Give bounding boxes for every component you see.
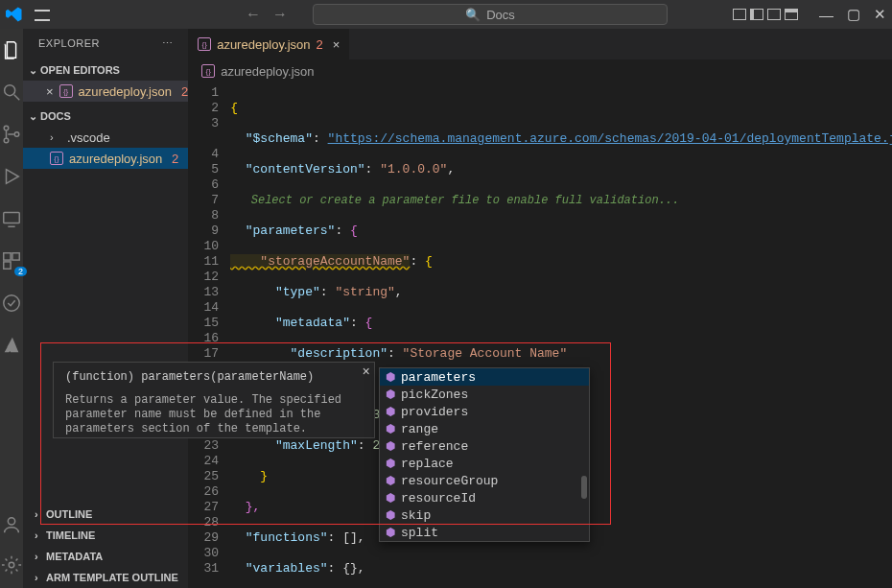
open-editor-error-count: 2 (181, 84, 188, 99)
timeline-section[interactable]: ›TIMELINE (29, 525, 188, 546)
svg-point-0 (5, 85, 15, 96)
suggest-item-split[interactable]: ⬢split (380, 524, 589, 541)
suggest-item-resourceId[interactable]: ⬢resourceId (380, 489, 589, 506)
window-close-button[interactable]: ✕ (874, 6, 886, 23)
settings-gear-icon[interactable] (0, 553, 23, 576)
hint-description: Returns a parameter value. The specified… (65, 393, 363, 436)
account-icon[interactable] (0, 513, 23, 536)
svg-point-12 (8, 518, 14, 525)
activity-bar: 2 (0, 29, 23, 588)
explorer-sidebar: EXPLORER ⋯ ⌄OPEN EDITORS × {} azuredeplo… (23, 29, 188, 588)
open-editor-filename: azuredeploy.json (79, 84, 172, 99)
workspace-folder-header[interactable]: ⌄DOCS (23, 106, 188, 127)
suggest-label: reference (401, 439, 468, 454)
method-icon: ⬢ (386, 526, 395, 540)
run-debug-tab-icon[interactable] (0, 165, 23, 188)
sidebar-title: EXPLORER (38, 37, 100, 49)
json-file-icon: {} (201, 64, 215, 78)
folder-vscode[interactable]: ›.vscode (23, 127, 188, 148)
json-file-icon: {} (50, 152, 63, 165)
json-file-icon: {} (198, 37, 211, 51)
method-icon: ⬢ (386, 491, 395, 506)
svg-point-13 (9, 562, 14, 568)
method-icon: ⬢ (386, 508, 395, 523)
open-editors-header[interactable]: ⌄OPEN EDITORS (23, 59, 188, 81)
tab-close-icon[interactable]: × (333, 37, 340, 52)
search-icon: 🔍 (465, 8, 481, 22)
search-placeholder: Docs (486, 8, 515, 22)
file-azuredeploy[interactable]: {} azuredeploy.json 2 (23, 148, 188, 169)
arm-outline-section[interactable]: ›ARM TEMPLATE OUTLINE (29, 567, 188, 588)
remote-tab-icon[interactable] (0, 207, 23, 230)
method-icon: ⬢ (386, 388, 395, 402)
source-control-tab-icon[interactable] (0, 123, 23, 146)
method-icon: ⬢ (386, 439, 395, 454)
svg-rect-10 (4, 262, 11, 269)
parameter-hint-popup: × (function) parameters(parameterName) R… (53, 362, 375, 438)
suggest-label: pickZones (401, 388, 468, 402)
azure-tab-icon[interactable] (0, 334, 23, 357)
breadcrumb[interactable]: {} azuredeploy.json (188, 60, 892, 82)
sidebar-more-icon[interactable]: ⋯ (162, 37, 174, 50)
suggest-item-replace[interactable]: ⬢replace (380, 455, 589, 472)
svg-point-11 (4, 295, 20, 312)
suggest-label: replace (401, 457, 454, 471)
suggest-item-resourceGroup[interactable]: ⬢resourceGroup (380, 472, 589, 489)
method-icon: ⬢ (386, 405, 395, 419)
suggest-item-skip[interactable]: ⬢skip (380, 506, 589, 524)
breadcrumb-file: azuredeploy.json (221, 64, 314, 79)
suggest-label: providers (401, 405, 468, 419)
extensions-badge: 2 (14, 267, 27, 276)
editor-tab-bar: {} azuredeploy.json 2 × ◫ ⋯ (188, 29, 892, 60)
search-tab-icon[interactable] (0, 81, 23, 104)
window-maximize-button[interactable]: ▢ (847, 6, 860, 23)
file-error-count: 2 (172, 152, 178, 166)
svg-rect-6 (4, 213, 20, 223)
method-icon: ⬢ (386, 422, 395, 436)
suggest-label: skip (401, 508, 431, 523)
method-icon: ⬢ (386, 370, 395, 385)
suggest-label: resourceGroup (401, 474, 498, 488)
svg-point-3 (4, 138, 9, 143)
hint-signature: (function) parameters(parameterName) (65, 370, 363, 384)
suggest-label: split (401, 526, 438, 540)
suggest-item-parameters[interactable]: ⬢parameters (380, 368, 589, 386)
window-minimize-button[interactable]: — (819, 7, 833, 23)
open-editor-item[interactable]: × {} azuredeploy.json 2 (23, 81, 188, 102)
close-editor-icon[interactable]: × (46, 84, 54, 99)
explorer-tab-icon[interactable] (0, 38, 23, 61)
intellisense-suggest-widget[interactable]: ⬢parameters⬢pickZones⬢providers⬢range⬢re… (379, 367, 590, 542)
testing-tab-icon[interactable] (0, 292, 23, 315)
suggest-label: parameters (401, 370, 476, 385)
suggest-scrollbar[interactable] (581, 476, 587, 499)
suggest-item-pickZones[interactable]: ⬢pickZones (380, 386, 589, 403)
editor-tab[interactable]: {} azuredeploy.json 2 × (188, 29, 350, 59)
title-bar: ← → 🔍 Docs — ▢ ✕ (0, 0, 892, 29)
svg-rect-8 (4, 253, 11, 260)
extensions-tab-icon[interactable]: 2 (0, 249, 23, 272)
svg-marker-5 (7, 170, 19, 184)
hint-close-icon[interactable]: × (363, 365, 370, 380)
suggest-item-reference[interactable]: ⬢reference (380, 437, 589, 455)
metadata-section[interactable]: ›METADATA (29, 546, 188, 567)
tab-filename: azuredeploy.json (217, 37, 310, 52)
method-icon: ⬢ (386, 457, 395, 471)
vscode-logo-icon (6, 6, 23, 23)
json-file-icon: {} (59, 84, 73, 98)
svg-rect-9 (12, 253, 19, 260)
nav-back-button[interactable]: ← (246, 6, 261, 23)
suggest-label: range (401, 422, 438, 436)
command-center-search[interactable]: 🔍 Docs (313, 4, 668, 25)
svg-point-4 (14, 132, 19, 137)
svg-line-1 (14, 95, 20, 101)
layout-controls[interactable] (733, 9, 798, 20)
nav-forward-button[interactable]: → (272, 6, 288, 23)
suggest-item-providers[interactable]: ⬢providers (380, 403, 589, 420)
suggest-item-range[interactable]: ⬢range (380, 420, 589, 437)
method-icon: ⬢ (386, 474, 395, 488)
outline-section[interactable]: ›OUTLINE (29, 504, 188, 525)
line-gutter: 1234567891011121314151617222324252627282… (188, 82, 230, 588)
svg-point-2 (4, 126, 9, 130)
suggest-label: resourceId (401, 491, 476, 506)
tab-error-count: 2 (316, 37, 322, 52)
